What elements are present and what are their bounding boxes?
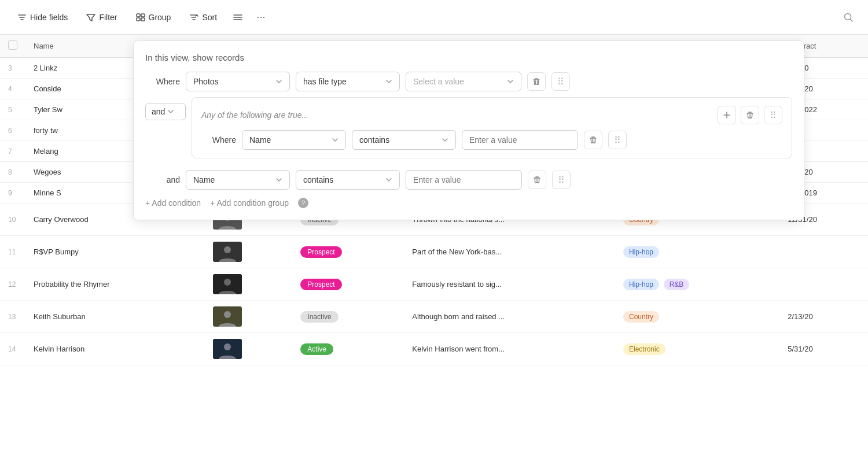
filter-group-header: Any of the following are true... ⠿ [201, 106, 782, 124]
genre-badge: Electronic [623, 343, 665, 355]
filter-group-container: and Any of the following are true... ⠿ [145, 97, 792, 164]
add-condition-button[interactable]: + Add condition [145, 198, 201, 208]
svg-point-8 [224, 246, 231, 253]
filter-group: Any of the following are true... ⠿ Where [192, 97, 792, 158]
trash-icon [532, 77, 540, 86]
row-contract [779, 236, 868, 268]
row2-contains-select[interactable]: contains [296, 170, 400, 190]
row-name: Keith Suburban [25, 301, 205, 333]
row-num: 12 [0, 268, 25, 301]
chevron-down-icon [507, 78, 514, 85]
hide-fields-icon [17, 13, 27, 22]
thumbnail-img [213, 306, 242, 327]
group-value-input[interactable] [462, 130, 578, 150]
row-bio: Part of the New York-bas... [404, 236, 615, 268]
photos-field-select[interactable]: Photos [186, 72, 290, 91]
svg-rect-0 [137, 14, 140, 17]
row-num: 13 [0, 301, 25, 333]
row-name: Kelvin Harrison [25, 333, 205, 365]
row-num: 11 [0, 236, 25, 268]
file-type-value-select[interactable]: Select a value [406, 72, 521, 91]
delete-group-button[interactable] [741, 106, 759, 124]
genre-badge: Hip-hop [623, 246, 659, 258]
row-bio: Famously resistant to sig... [404, 268, 615, 301]
add-condition-group-button[interactable]: + Add condition group [210, 198, 289, 208]
row-genre: Hip-hop [615, 236, 779, 268]
drag-dots-icon: ⠿ [614, 135, 621, 146]
status-badge: Active [300, 343, 333, 355]
delete-row2-button[interactable] [528, 171, 546, 189]
add-group-condition-button[interactable] [718, 106, 736, 124]
filter-panel-title: In this view, show records [145, 53, 792, 62]
search-button[interactable] [838, 7, 859, 28]
row-num: 6 [0, 120, 25, 141]
genre-badge: Country [623, 311, 659, 323]
filter-group-actions: ⠿ [718, 106, 782, 124]
more-button[interactable]: ··· [251, 7, 271, 28]
genre-badge: Hip-hop [623, 279, 659, 290]
svg-rect-3 [141, 18, 145, 21]
checkbox-header [0, 35, 25, 58]
group-button[interactable]: Group [128, 8, 179, 27]
row-bio: Although born and raised ... [404, 301, 615, 333]
svg-rect-2 [137, 18, 140, 21]
thumbnail-img [213, 339, 242, 359]
sort-button[interactable]: Sort [181, 8, 225, 27]
filter-icon [86, 13, 95, 22]
thumbnail [213, 274, 242, 294]
row-bio: Kelvin Harrison went from... [404, 333, 615, 365]
row-contract: 5/31/20 [779, 333, 868, 365]
drag-group-button[interactable]: ⠿ [764, 106, 782, 124]
drag-group-row-button[interactable]: ⠿ [608, 131, 627, 149]
row-genre: Electronic [615, 333, 779, 365]
hide-fields-button[interactable]: Hide fields [9, 8, 76, 27]
group-contains-select[interactable]: contains [352, 130, 456, 150]
row2-value-input[interactable] [406, 170, 522, 190]
thumbnail [213, 339, 242, 359]
thumbnail-img [213, 242, 242, 262]
table-row: 14 Kelvin Harrison Active Kelvin Harriso… [0, 333, 868, 365]
toolbar: Hide fields Filter Group Sort ··· [0, 0, 868, 35]
drag-dots-icon: ⠿ [770, 110, 777, 121]
has-file-type-select[interactable]: has file type [296, 72, 400, 91]
row-status: Inactive [292, 301, 404, 333]
drag-dots-icon: ⠿ [558, 175, 565, 186]
row-height-button[interactable] [227, 7, 248, 28]
row-num: 7 [0, 141, 25, 162]
chevron-down-icon [385, 176, 392, 183]
row-status: Prospect [292, 236, 404, 268]
svg-rect-1 [141, 14, 145, 17]
select-all-checkbox[interactable] [8, 40, 17, 50]
group-name-field-select[interactable]: Name [242, 130, 346, 150]
filter-button[interactable]: Filter [78, 8, 125, 27]
drag-row2-button[interactable]: ⠿ [552, 171, 571, 189]
genre-badge: R&B [664, 279, 690, 290]
drag-row1-button[interactable]: ⠿ [551, 72, 570, 91]
filter-row-2: and Name contains ⠿ [145, 170, 792, 190]
where-label-group: Where [201, 135, 236, 145]
thumbnail-img [213, 274, 242, 294]
row-num: 5 [0, 99, 25, 120]
status-badge: Prospect [300, 246, 341, 258]
search-icon [843, 12, 854, 23]
status-badge: Inactive [300, 311, 338, 323]
row-num: 8 [0, 162, 25, 183]
svg-point-12 [224, 311, 231, 318]
table-row: 13 Keith Suburban Inactive Although born… [0, 301, 868, 333]
row-num: 10 [0, 204, 25, 236]
where-label-1: Where [145, 77, 180, 86]
thumbnail [213, 306, 242, 327]
sort-icon [189, 13, 198, 22]
row-contract [779, 268, 868, 301]
delete-row1-button[interactable] [527, 72, 546, 91]
row2-name-field-select[interactable]: Name [186, 170, 290, 190]
and-dropdown[interactable]: and [145, 103, 186, 120]
row-num: 9 [0, 183, 25, 204]
svg-point-14 [224, 343, 231, 350]
svg-point-10 [224, 279, 231, 286]
delete-group-row-button[interactable] [584, 131, 602, 149]
row-photo [205, 268, 293, 301]
row-genre: Country [615, 301, 779, 333]
row-genre: Hip-hop R&B [615, 268, 779, 301]
help-icon[interactable]: ? [298, 198, 308, 208]
